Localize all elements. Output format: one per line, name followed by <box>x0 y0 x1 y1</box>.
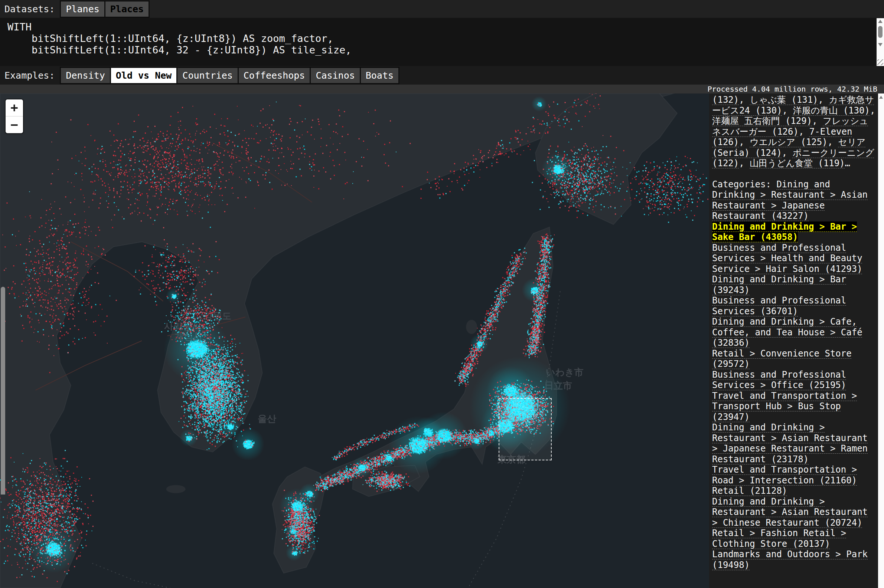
examples-label: Examples: <box>5 70 54 81</box>
category-link[interactable]: Travel and Transportation > Road > Inter… <box>712 465 857 486</box>
category-link[interactable]: Business and Professional Services > Hea… <box>712 243 863 274</box>
page-scrollbar[interactable] <box>878 93 884 588</box>
brand-link[interactable]: 洋服の青山 (130) <box>793 105 870 116</box>
dataset-button-group: PlanesPlaces <box>60 0 150 18</box>
results-panel: (132), しゃぶ葉 (131), カギ救急サービス24 (130), 洋服の… <box>709 93 878 588</box>
example-button-group: DensityOld vs NewCountriesCoffeeshopsCas… <box>60 67 400 84</box>
example-button-casinos[interactable]: Casinos <box>310 67 361 84</box>
sql-editor[interactable]: WITH bitShiftLeft(1::UInt64, {z:UInt8}) … <box>0 18 884 66</box>
category-link[interactable]: Dining and Drinking > Cafe, Coffee, and … <box>712 316 863 348</box>
dataset-button-places[interactable]: Places <box>104 0 150 18</box>
category-link[interactable]: Business and Professional Services > Off… <box>712 369 846 391</box>
example-button-coffeeshops[interactable]: Coffeeshops <box>238 67 311 84</box>
category-link[interactable]: Retail > Convenience Store (29572) <box>712 348 852 369</box>
brand-link[interactable]: 山田うどん食堂 (119) <box>750 158 845 168</box>
top-brands-list: (132), しゃぶ葉 (131), カギ救急サービス24 (130), 洋服の… <box>712 94 875 169</box>
map-selection-rectangle <box>499 398 552 460</box>
app-window: Datasets: PlanesPlaces WITH bitShiftLeft… <box>0 0 884 588</box>
scroll-up-icon[interactable] <box>878 20 882 23</box>
scrollbar-thumb[interactable] <box>878 26 882 38</box>
brand-link[interactable]: ウエルシア (125) <box>750 137 828 147</box>
categories-label: Categories: <box>712 179 776 190</box>
category-link[interactable]: Dining and Drinking > Bar (39243) <box>712 274 846 295</box>
page-scrollbar-thumb[interactable] <box>1 287 5 495</box>
scroll-up-icon[interactable] <box>879 96 883 99</box>
map-zoom-out-button[interactable]: − <box>6 117 23 133</box>
map-zoom-control: + − <box>6 99 23 133</box>
status-bar: Processed 4.04 million rows, 42.32 MiB <box>0 85 884 93</box>
category-link[interactable]: Retail > Fashion Retail > Clothing Store… <box>712 528 846 549</box>
category-link[interactable]: Travel and Transportation > Transport Hu… <box>712 391 857 422</box>
datasets-label: Datasets: <box>5 4 54 15</box>
category-link[interactable]: Dining and Drinking > Restaurant > Asian… <box>712 496 867 528</box>
category-link[interactable]: Dining and Drinking > Bar > Sake Bar (43… <box>712 222 857 243</box>
category-link[interactable]: Retail (21128) <box>712 486 787 496</box>
example-button-countries[interactable]: Countries <box>176 67 238 84</box>
brand-link[interactable]: しゃぶ葉 (131) <box>750 94 818 105</box>
categories-list: Categories: Dining and Drinking > Restau… <box>712 179 875 571</box>
dataset-button-planes[interactable]: Planes <box>60 0 105 18</box>
sql-editor-scrollbar[interactable] <box>876 18 884 55</box>
query-stats-text: Processed 4.04 million rows, 42.32 MiB <box>707 85 877 93</box>
example-button-boats[interactable]: Boats <box>360 67 400 84</box>
category-link[interactable]: Landmarks and Outdoors > Park (19498) <box>712 549 867 570</box>
example-button-old-vs-new[interactable]: Old vs New <box>110 67 178 84</box>
map-canvas[interactable] <box>0 93 709 588</box>
example-button-density[interactable]: Density <box>60 67 111 84</box>
map-zoom-in-button[interactable]: + <box>6 99 23 117</box>
map-viewport[interactable]: + − <box>0 93 709 588</box>
sql-code[interactable]: WITH bitShiftLeft(1::UInt64, {z:UInt8}) … <box>0 18 884 56</box>
category-link[interactable]: Dining and Drinking > Restaurant > Asian… <box>712 422 867 465</box>
scroll-down-icon[interactable] <box>878 43 882 46</box>
brand-link[interactable]: (132) <box>712 94 739 105</box>
datasets-bar: Datasets: PlanesPlaces <box>0 0 884 18</box>
examples-bar: Examples: DensityOld vs NewCountriesCoff… <box>0 66 884 85</box>
textarea-resize-grip-icon[interactable] <box>876 55 884 66</box>
category-link[interactable]: Business and Professional Services (3670… <box>712 295 846 316</box>
brand-link[interactable]: 洋麺屋 五右衛門 (129) <box>712 116 812 126</box>
